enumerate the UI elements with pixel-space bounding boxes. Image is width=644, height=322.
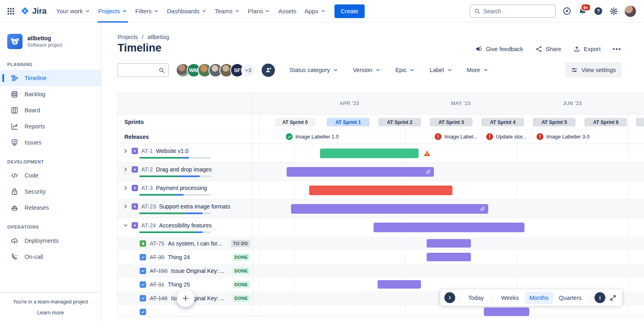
issue-row[interactable]: AT-150 Issue Original Key: ... DONE [118,264,644,278]
info-button[interactable]: i [594,292,605,303]
epic-row[interactable]: AT-23 Support extra image formats [118,200,644,218]
sprint-pill[interactable] [636,118,644,126]
epic-row[interactable]: AT-1 Website v1.0 [118,144,644,163]
timeline-search-field[interactable] [118,63,169,77]
backlog-icon [10,90,19,98]
gantt-bar[interactable] [320,149,419,158]
project-type: Software project [27,42,62,48]
global-search-input[interactable] [483,8,544,14]
sidebar-item-security[interactable]: Security [0,184,101,200]
issue-row[interactable]: AT-30 Thing 24 DONE [118,250,644,264]
sprint-pill[interactable]: AT Sprint 3 [430,118,473,126]
gantt-bar[interactable] [309,186,452,195]
nav-projects[interactable]: Projects [94,0,131,23]
app-switcher-icon[interactable] [6,4,19,18]
release-marker[interactable]: Image Labeller 1.0 [286,133,339,140]
discover-icon[interactable] [562,6,572,16]
nav-your-work[interactable]: Your work [52,0,94,23]
sprint-pill[interactable]: AT Sprint 5 [533,118,576,126]
settings-gear-icon[interactable] [609,7,618,16]
global-search[interactable] [470,4,556,18]
fullscreen-button[interactable] [607,294,618,301]
share-button[interactable]: Share [535,45,561,53]
jira-logo[interactable]: Jira [19,6,52,16]
release-marker[interactable]: Image Labeller 3.0 [537,133,590,140]
sidebar-item-board[interactable]: Board [0,102,101,118]
sidebar-item-on-call[interactable]: On-call [0,249,101,265]
expand-chevron-icon[interactable] [123,185,128,191]
export-button[interactable]: Export [573,45,601,53]
user-avatar[interactable] [625,6,636,17]
epic-row-expanded[interactable]: AT-24 Accessibility features [118,218,644,237]
more-actions-button[interactable]: ••• [613,45,621,52]
epic-row[interactable]: AT-3 Payment processing [118,181,644,200]
epic-row[interactable]: AT-2 Drag and drop images [118,163,644,181]
filter-version[interactable]: Version [353,67,381,73]
sprint-pill-active[interactable]: AT Sprint 1 [327,118,369,126]
learn-more-link[interactable]: Learn more [0,310,101,316]
nav-dashboards[interactable]: Dashboards [163,0,211,23]
gantt-bar[interactable] [378,280,421,289]
breadcrumb-project[interactable]: atlbettog [147,34,169,40]
timeline-chart: APR '23 MAY '23 JUN '23 Sprints AT Sprin… [118,93,644,317]
warning-icon[interactable] [423,150,431,157]
project-header[interactable]: atlbettog Software project [0,32,101,53]
sidebar-item-backlog[interactable]: Backlog [0,86,101,102]
view-settings-button[interactable]: View settings [565,62,621,78]
help-icon[interactable] [594,6,603,16]
nav-filters[interactable]: Filters [131,0,163,23]
avatar-overflow-count[interactable]: +3 [241,63,255,77]
expand-chevron-icon[interactable] [123,167,128,172]
collapse-chevron-icon[interactable] [123,223,128,228]
gantt-bar[interactable] [427,239,471,248]
gantt-bar[interactable] [484,308,529,316]
release-check-icon [286,133,293,140]
weeks-button[interactable]: Weeks [497,292,523,304]
release-marker[interactable]: Image Label... [435,133,477,140]
expand-chevron-icon[interactable] [123,204,128,209]
sprint-pill[interactable]: AT Sprint 0 [275,118,315,126]
sidebar-item-releases[interactable]: Releases [0,200,101,216]
nav-teams[interactable]: Teams [211,0,244,23]
gantt-bar[interactable] [291,204,488,214]
plus-icon [181,294,190,303]
release-marker[interactable]: Update stor... [486,133,527,140]
sprint-pill[interactable]: AT Sprint 4 [481,118,524,126]
sprint-pill[interactable]: AT Sprint 6 [584,118,627,126]
expand-chevron-icon[interactable] [123,148,128,154]
issue-key: AT-23 [141,203,156,210]
gantt-bar[interactable] [374,223,524,232]
filter-epic[interactable]: Epic [395,67,415,73]
create-issue-fab[interactable] [177,289,194,307]
breadcrumb-projects[interactable]: Projects [118,34,138,40]
filter-status-category[interactable]: Status category [289,67,339,73]
create-button[interactable]: Create [334,4,365,18]
sidebar-item-reports[interactable]: Reports [0,118,101,134]
release-overdue-icon [537,133,543,140]
scroll-right-button[interactable] [444,292,455,303]
dependency-link-icon[interactable] [480,206,485,212]
sidebar-item-deployments[interactable]: Deployments [0,233,101,249]
notifications-icon[interactable]: 9+ [578,6,587,16]
nav-plans[interactable]: Plans [244,0,275,23]
filter-label[interactable]: Label [429,67,452,73]
sidebar-item-code[interactable]: Code [0,167,101,184]
sidebar-item-issues[interactable]: Issues [0,134,101,151]
issue-row-partial[interactable] [118,305,644,317]
give-feedback-button[interactable]: Give feedback [475,45,523,53]
nav-assets[interactable]: Assets [274,0,300,23]
issue-row[interactable]: AT-75 As system, I can for... TO DO [118,237,644,250]
sidebar-item-timeline[interactable]: Timeline [0,70,101,86]
filter-more[interactable]: More [467,67,489,73]
timeline-search-input[interactable] [121,67,160,73]
search-icon [159,67,165,73]
sprint-pill[interactable]: AT Sprint 2 [378,118,421,126]
dependency-link-icon[interactable] [425,169,431,175]
months-button[interactable]: Months [525,292,553,304]
today-button[interactable]: Today [464,292,488,304]
gantt-bar[interactable] [287,167,434,177]
nav-apps[interactable]: Apps [300,0,329,23]
quarters-button[interactable]: Quarters [555,292,586,304]
add-people-button[interactable] [262,64,275,77]
gantt-bar[interactable] [427,253,471,261]
